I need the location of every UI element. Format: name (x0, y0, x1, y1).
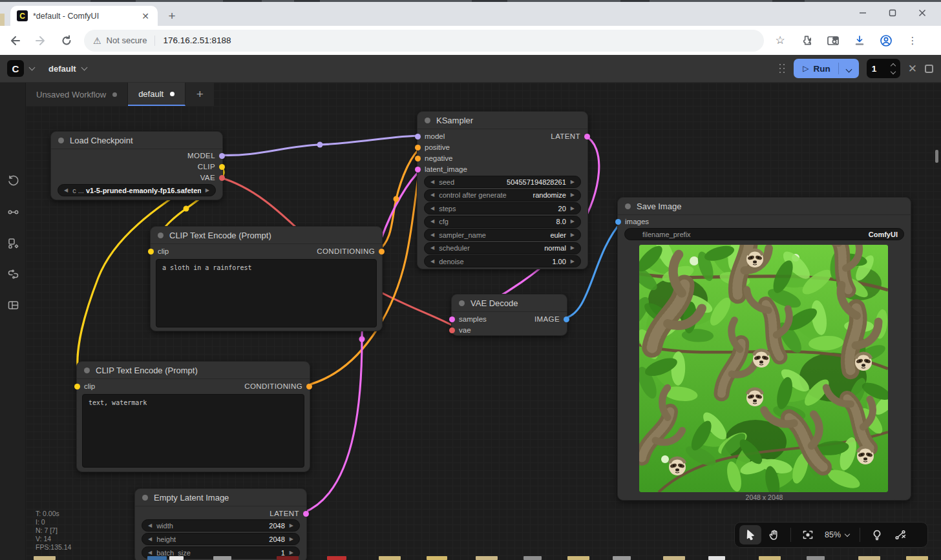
select-tool-button[interactable] (739, 525, 761, 544)
slot-dot[interactable] (303, 511, 309, 517)
decrement-arrow-icon[interactable]: ◀ (148, 523, 152, 528)
pan-tool-button[interactable] (763, 525, 785, 544)
widget-width[interactable]: ◀ width 2048 ▶ (142, 519, 300, 532)
templates-icon[interactable] (0, 294, 26, 316)
workflows-icon[interactable] (0, 263, 26, 285)
model-library-icon[interactable] (0, 232, 26, 254)
decrement-arrow-icon[interactable]: ◀ (430, 259, 434, 264)
increment-arrow-icon[interactable]: ▶ (571, 233, 575, 238)
reload-button[interactable] (56, 30, 78, 52)
node-title-bar[interactable]: Load Checkpoint (51, 132, 222, 149)
output-slot-latent[interactable]: LATENT (551, 132, 590, 141)
zoom-level-value[interactable]: 85% (825, 530, 841, 539)
stepper-down-icon[interactable] (891, 68, 896, 74)
node-title-bar[interactable]: CLIP Text Encode (Prompt) (77, 362, 310, 379)
slot-dot[interactable] (449, 327, 455, 333)
increment-arrow-icon[interactable]: ▶ (571, 180, 575, 185)
increment-arrow-icon[interactable]: ▶ (290, 550, 293, 555)
decrement-arrow-icon[interactable]: ◀ (430, 192, 434, 198)
output-slot-latent[interactable]: LATENT (270, 509, 309, 518)
node-title-bar[interactable]: Empty Latent Image (135, 489, 306, 506)
node-ksampler[interactable]: KSampler model positive negative latent_… (417, 111, 588, 269)
slot-dot[interactable] (219, 153, 225, 159)
collapse-dot[interactable] (84, 368, 90, 373)
combo-left-arrow-icon[interactable]: ◀ (64, 188, 68, 193)
output-slot-model[interactable]: MODEL (187, 151, 225, 160)
widget-height[interactable]: ◀ height 2048 ▶ (142, 533, 300, 545)
increment-arrow-icon[interactable]: ▶ (290, 537, 293, 542)
ckpt-value[interactable]: v1-5-pruned-emaonly-fp16.safetensors (86, 187, 201, 194)
input-slot-positive[interactable]: positive (415, 143, 450, 152)
new-tab-button[interactable]: + (163, 7, 181, 25)
slot-dot[interactable] (415, 156, 421, 161)
back-button[interactable] (4, 30, 26, 52)
slot-dot[interactable] (415, 134, 421, 140)
slot-dot[interactable] (415, 167, 421, 172)
slot-dot[interactable] (584, 134, 590, 140)
stop-queue-icon[interactable] (925, 65, 933, 73)
node-vae-decode[interactable]: VAE Decode samples vae IMAGE (451, 294, 567, 336)
omnibox[interactable]: ⚠ Not secure 176.16.2.51:8188 (84, 30, 764, 52)
slot-dot[interactable] (219, 175, 225, 181)
prompt-textarea[interactable]: a sloth in a rainforest (156, 259, 377, 327)
output-slot-clip[interactable]: CLIP (198, 162, 225, 171)
batch-count-stepper[interactable] (891, 64, 895, 74)
node-title-bar[interactable]: VAE Decode (452, 295, 567, 312)
side-search-icon[interactable] (823, 30, 843, 51)
input-slot-negative[interactable]: negative (415, 154, 452, 163)
prompt-textarea[interactable]: text, watermark (82, 394, 304, 468)
input-slot-model[interactable]: model (415, 132, 445, 141)
output-slot-conditioning[interactable]: CONDITIONING (317, 247, 385, 256)
window-close-button[interactable] (907, 2, 937, 24)
widget-cfg[interactable]: ◀ cfg 8.0 ▶ (424, 216, 581, 228)
workflow-name[interactable]: default (48, 64, 76, 74)
slot-dot[interactable] (148, 249, 154, 254)
slot-dot[interactable] (219, 164, 225, 170)
url-text[interactable]: 176.16.2.51:8188 (163, 36, 231, 45)
increment-arrow-icon[interactable]: ▶ (571, 192, 575, 198)
input-slot-clip[interactable]: clip (74, 382, 95, 391)
decrement-arrow-icon[interactable]: ◀ (430, 233, 434, 238)
node-title-bar[interactable]: CLIP Text Encode (Prompt) (151, 227, 382, 244)
bookmark-star-icon[interactable]: ☆ (770, 30, 790, 51)
workflow-tab-default[interactable]: default (128, 83, 185, 106)
download-icon[interactable] (849, 30, 870, 51)
output-slot-image[interactable]: IMAGE (534, 315, 569, 324)
window-maximize-button[interactable] (878, 2, 907, 24)
run-options-chevron-icon[interactable] (839, 63, 859, 74)
collapse-dot[interactable] (142, 495, 148, 501)
decrement-arrow-icon[interactable]: ◀ (148, 550, 152, 555)
toggle-links-visibility-button[interactable] (889, 525, 911, 544)
increment-arrow-icon[interactable]: ▶ (290, 523, 293, 528)
profile-avatar-icon[interactable] (876, 30, 896, 51)
batch-count-value[interactable]: 1 (872, 64, 877, 74)
combo-right-arrow-icon[interactable]: ▶ (206, 188, 209, 193)
node-save-image[interactable]: Save Image images filename_prefix ComfyU… (617, 197, 911, 501)
slot-dot[interactable] (415, 145, 421, 150)
fit-view-button[interactable] (797, 525, 819, 544)
ckpt-name-combo[interactable]: ◀ c ... v1-5-pruned-emaonly-fp16.safeten… (58, 184, 216, 196)
run-button[interactable]: ▷ Run (794, 59, 858, 78)
slot-dot[interactable] (564, 316, 569, 322)
forward-button[interactable] (30, 30, 52, 52)
increment-arrow-icon[interactable]: ▶ (571, 206, 575, 211)
increment-arrow-icon[interactable]: ▶ (571, 259, 575, 264)
node-clip-text-encode-negative[interactable]: CLIP Text Encode (Prompt) clip CONDITION… (76, 361, 310, 472)
increment-arrow-icon[interactable]: ▶ (571, 245, 575, 251)
new-workflow-tab-button[interactable]: + (185, 83, 214, 106)
node-title-bar[interactable]: KSampler (418, 112, 587, 129)
decrement-arrow-icon[interactable]: ◀ (430, 180, 434, 185)
collapse-dot[interactable] (58, 138, 64, 143)
node-load-checkpoint[interactable]: Load Checkpoint MODEL CLIP VAE ◀ c ... v… (50, 131, 223, 200)
widget-filename-prefix[interactable]: filename_prefix ComfyUI (624, 228, 904, 240)
browser-menu-icon[interactable]: ⋮ (902, 30, 923, 51)
extensions-icon[interactable] (796, 30, 817, 51)
queue-history-icon[interactable] (0, 169, 26, 191)
output-slot-vae[interactable]: VAE (200, 173, 225, 182)
slot-dot[interactable] (449, 316, 455, 322)
slot-dot[interactable] (74, 384, 80, 389)
tab-close-icon[interactable]: ✕ (140, 10, 151, 22)
widget-scheduler[interactable]: ◀ scheduler normal ▶ (424, 242, 581, 254)
slot-dot[interactable] (379, 249, 385, 254)
input-slot-latent-image[interactable]: latent_image (415, 165, 467, 174)
